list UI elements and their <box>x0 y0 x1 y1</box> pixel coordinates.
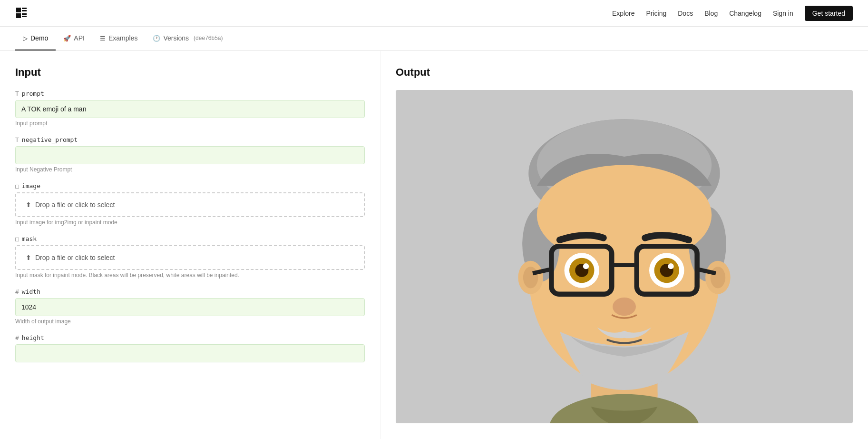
mask-upload-icon: ⬆ <box>26 254 31 261</box>
input-panel: Input T prompt Input prompt T negative_p… <box>0 51 380 439</box>
height-prefix: # <box>15 334 19 341</box>
width-prefix: # <box>15 288 19 295</box>
width-hint: Width of output image <box>15 318 365 325</box>
field-negative-prompt-label: T negative_prompt <box>15 136 365 143</box>
tab-examples-label: Examples <box>108 34 137 42</box>
nav-changelog[interactable]: Changelog <box>729 10 761 17</box>
svg-rect-4 <box>22 13 27 15</box>
mask-prefix: □ <box>15 235 19 242</box>
tab-bar: ▷ Demo 🚀 API ☰ Examples 🕐 Versions (dee7… <box>0 27 868 51</box>
height-input[interactable] <box>15 344 365 362</box>
negative-prompt-prefix: T <box>15 136 19 143</box>
negative-prompt-input[interactable] <box>15 146 365 164</box>
svg-point-15 <box>537 165 712 265</box>
nav-links: Explore Pricing Docs Blog Changelog Sign… <box>612 6 853 21</box>
demo-icon: ▷ <box>23 35 28 42</box>
api-icon: 🚀 <box>63 35 71 42</box>
mask-drop-zone[interactable]: ⬆ Drop a file or click to select <box>15 245 365 270</box>
image-drop-zone[interactable]: ⬆ Drop a file or click to select <box>15 192 365 217</box>
nav-pricing[interactable]: Pricing <box>646 10 666 17</box>
versions-icon: 🕐 <box>153 35 160 42</box>
svg-point-19 <box>711 267 726 289</box>
field-height: # height <box>15 334 365 362</box>
svg-point-28 <box>583 263 589 269</box>
field-image: □ image ⬆ Drop a file or click to select… <box>15 182 365 226</box>
width-label-text: width <box>22 288 40 295</box>
mask-drop-text: Drop a file or click to select <box>35 254 115 261</box>
prompt-hint: Input prompt <box>15 120 365 127</box>
nav-docs[interactable]: Docs <box>678 10 693 17</box>
svg-rect-0 <box>16 8 21 12</box>
field-prompt: T prompt Input prompt <box>15 90 365 127</box>
tab-api-label: API <box>74 34 85 42</box>
output-image <box>396 90 853 423</box>
input-title: Input <box>15 66 365 79</box>
examples-icon: ☰ <box>100 35 106 42</box>
field-negative-prompt: T negative_prompt Input Negative Prompt <box>15 136 365 173</box>
prompt-input[interactable] <box>15 100 365 118</box>
field-height-label: # height <box>15 334 365 341</box>
output-panel: Output <box>380 51 868 439</box>
field-width: # width Width of output image <box>15 288 365 325</box>
nav-explore[interactable]: Explore <box>612 10 634 17</box>
tab-examples[interactable]: ☰ Examples <box>92 27 145 50</box>
tab-demo[interactable]: ▷ Demo <box>15 27 56 50</box>
get-started-button[interactable]: Get started <box>805 6 853 21</box>
prompt-prefix: T <box>15 90 19 97</box>
upload-icon: ⬆ <box>26 201 31 209</box>
tab-api[interactable]: 🚀 API <box>56 27 92 50</box>
prompt-label-text: prompt <box>22 90 44 97</box>
image-prefix: □ <box>15 182 19 190</box>
negative-prompt-hint: Input Negative Prompt <box>15 166 365 173</box>
image-drop-text: Drop a file or click to select <box>35 201 115 209</box>
svg-point-33 <box>613 298 636 316</box>
svg-rect-2 <box>22 8 27 9</box>
field-mask: □ mask ⬆ Drop a file or click to select … <box>15 235 365 279</box>
field-prompt-label: T prompt <box>15 90 365 97</box>
tab-versions-label: Versions <box>163 34 189 42</box>
nav-left <box>15 7 29 20</box>
mask-hint: Input mask for inpaint mode. Black areas… <box>15 272 365 279</box>
tab-demo-label: Demo <box>30 34 48 42</box>
mask-label-text: mask <box>22 235 37 242</box>
main-content: Input T prompt Input prompt T negative_p… <box>0 51 868 439</box>
image-hint: Input image for img2img or inpaint mode <box>15 219 365 226</box>
width-input[interactable] <box>15 298 365 316</box>
svg-rect-1 <box>16 13 21 18</box>
navbar: Explore Pricing Docs Blog Changelog Sign… <box>0 0 868 27</box>
output-title: Output <box>396 66 853 79</box>
height-label-text: height <box>22 334 44 341</box>
nav-signin[interactable]: Sign in <box>773 10 793 17</box>
tab-versions[interactable]: 🕐 Versions (dee76b5a) <box>145 27 230 50</box>
field-width-label: # width <box>15 288 365 295</box>
output-image-container <box>396 90 853 423</box>
svg-point-18 <box>523 267 538 289</box>
version-badge: (dee76b5a) <box>194 35 223 41</box>
svg-rect-3 <box>22 10 27 11</box>
field-image-label: □ image <box>15 182 365 190</box>
negative-prompt-label-text: negative_prompt <box>22 136 78 143</box>
field-mask-label: □ mask <box>15 235 365 242</box>
image-label-text: image <box>22 182 40 190</box>
svg-point-32 <box>668 263 673 269</box>
logo-icon <box>15 7 29 20</box>
nav-blog[interactable]: Blog <box>704 10 718 17</box>
svg-rect-5 <box>22 16 27 17</box>
